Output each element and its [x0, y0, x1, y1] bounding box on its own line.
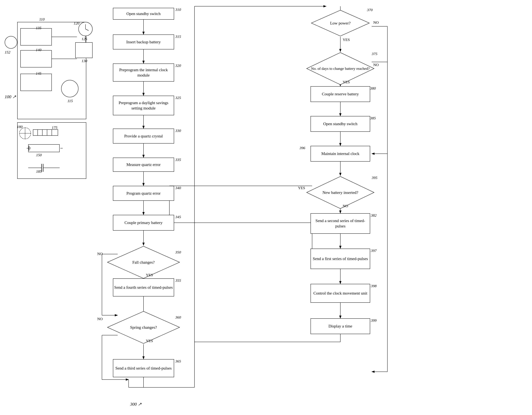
num-350: 350 — [175, 250, 181, 255]
yes-label-350: YES — [146, 273, 153, 277]
num-325: 325 — [175, 96, 181, 100]
box-398: Control the clock movement unit — [311, 284, 370, 303]
num-382: 382 — [371, 213, 377, 217]
yes-label-395: YES — [298, 186, 305, 190]
label-130: 130 — [82, 59, 87, 63]
box-320: Preprogram the internal clock module — [113, 64, 174, 82]
no-label-370: NO — [373, 20, 379, 25]
diamond-350: Fall changes? — [107, 245, 180, 279]
num-310: 310 — [175, 8, 181, 12]
label-125: 125 — [82, 37, 87, 41]
num-345: 345 — [175, 215, 181, 219]
box-382: Send a second series of timed-pulses — [311, 213, 370, 234]
box-397: Send a first series of timed-pulses — [311, 249, 370, 269]
label-115: 115 — [67, 99, 73, 103]
flowchart-area: Open standby switch 310 Insert backup ba… — [97, 3, 521, 408]
num-340: 340 — [175, 186, 181, 190]
yes-label-370: YES — [343, 38, 350, 42]
box-390: Maintain internal clock — [311, 146, 370, 161]
label-152: 152 — [5, 50, 10, 54]
box-399: Display a time — [311, 318, 370, 334]
page: 110 135 140 145 115 125 120 130 — [0, 0, 532, 415]
num-355: 355 — [175, 278, 181, 283]
num-330: 330 — [175, 129, 181, 133]
num-399: 399 — [371, 318, 377, 323]
no-label-375: NO — [373, 63, 379, 67]
label-145: 145 — [36, 71, 41, 75]
label-100: 100 ↗ — [5, 94, 16, 99]
num-375: 375 — [372, 52, 377, 56]
num-395: 395 — [372, 176, 377, 180]
num-385: 385 — [370, 116, 376, 120]
label-140: 140 — [36, 48, 41, 52]
label-180: 180 — [17, 125, 23, 129]
num-380: 380 — [370, 86, 376, 91]
clock-svg — [78, 22, 93, 36]
no-label-395: NO — [343, 204, 348, 208]
box-135 — [20, 28, 52, 46]
yes-label-375: YES — [343, 80, 350, 84]
box-355: Send a fourth series of timed-pulses — [113, 278, 174, 296]
box-140 — [20, 50, 52, 67]
box-325: Preprogram a daylight savings setting mo… — [113, 96, 174, 115]
num-365: 365 — [175, 359, 181, 363]
box-335: Measure quartz error — [113, 158, 174, 172]
diamond-375: No. of days to change battery reached? — [306, 52, 375, 85]
box-145 — [20, 74, 52, 91]
num-390: 396 — [300, 146, 305, 150]
diamond-395: New battery inserted? — [306, 176, 375, 209]
label-185: 185 — [36, 170, 42, 174]
box-315: Insert backup battery — [113, 35, 174, 49]
diamond-360: Spring changes? — [107, 311, 180, 344]
num-315: 315 — [175, 35, 181, 39]
num-370: 370 — [367, 8, 373, 12]
battery-svg — [27, 144, 63, 152]
svg-line-1 — [86, 29, 89, 31]
box-330: Provide a quartz crystal — [113, 129, 174, 143]
box-345: Couple primary battery — [113, 215, 174, 231]
no-label-360: NO — [97, 317, 103, 321]
box-310: Open standby switch — [113, 8, 174, 19]
label-110: 110 — [39, 17, 45, 21]
num-335: 335 — [175, 158, 181, 162]
box-380: Couple reserve battery — [311, 86, 370, 102]
yes-label-360: YES — [146, 339, 153, 343]
circle-115 — [61, 80, 78, 97]
num-397: 397 — [371, 249, 377, 253]
label-135: 135 — [36, 26, 41, 30]
label-175: 175 — [52, 125, 57, 130]
box-365: Send a third series of timed-pulses — [113, 359, 174, 377]
circle-152 — [5, 36, 17, 49]
no-label-350: NO — [97, 252, 103, 256]
hardware-diagram: 110 135 140 145 115 125 120 130 — [5, 13, 96, 389]
capacitor-185 — [28, 163, 60, 172]
resistor-stripes — [33, 129, 58, 136]
box-130 — [75, 42, 93, 58]
num-398: 398 — [371, 284, 377, 288]
num-360: 360 — [175, 315, 181, 320]
num-320: 320 — [175, 64, 181, 68]
box-385: Open standby switch — [311, 116, 370, 132]
label-120: 120 — [74, 21, 79, 25]
box-340: Program quartz error — [113, 186, 174, 201]
diamond-370: Low power? — [311, 9, 370, 37]
var-resistor-180 — [19, 127, 31, 140]
label-150: 150 — [36, 153, 42, 157]
